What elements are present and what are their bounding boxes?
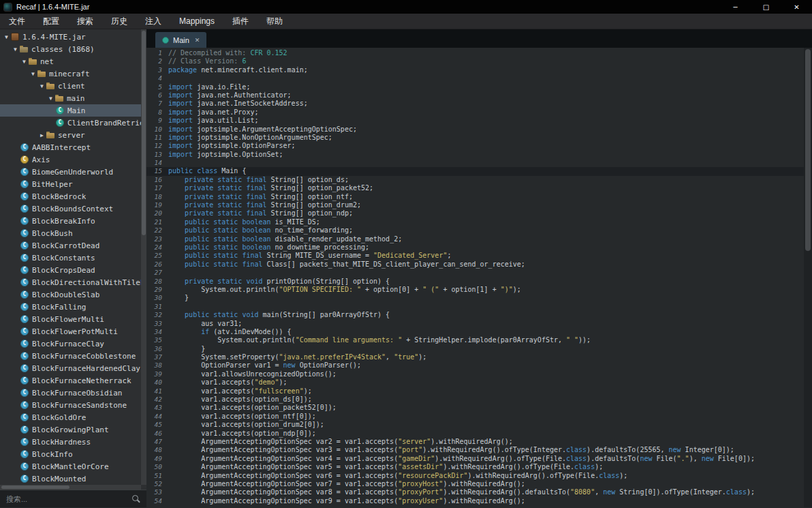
tab-main[interactable]: Main ✕ xyxy=(155,32,206,48)
tree-item-blockmantleorcore[interactable]: BlockMantleOrCore xyxy=(0,460,141,473)
tree-item-net[interactable]: ▼net xyxy=(0,55,141,68)
code-line-45[interactable]: 45 var1.accepts(option_drum2[0]); xyxy=(146,421,804,429)
code-line-23[interactable]: 23 public static boolean disable_render_… xyxy=(146,235,804,243)
code-line-35[interactable]: 35 System.out.println("Command line argu… xyxy=(146,336,804,344)
tree-item-blockfurnacehardenedclay[interactable]: BlockFurnaceHardenedClay xyxy=(0,362,141,374)
maximize-button[interactable]: □ xyxy=(751,0,781,14)
code-line-31[interactable]: 31 xyxy=(146,303,804,311)
code-line-3[interactable]: 3package net.minecraft.client.main; xyxy=(146,66,804,74)
menu-item-3[interactable]: 历史 xyxy=(102,14,136,29)
tree-item-blockbush[interactable]: BlockBush xyxy=(0,227,141,239)
tree-item-main[interactable]: ▼main xyxy=(0,92,141,104)
code-line-32[interactable]: 32 public static void main(String[] par0… xyxy=(146,311,804,319)
code-line-34[interactable]: 34 if (atv.inDevMode()) { xyxy=(146,328,804,336)
menu-item-2[interactable]: 搜索 xyxy=(68,14,102,29)
tree-item-blockflowermulti[interactable]: BlockFlowerMulti xyxy=(0,313,141,325)
sidebar-horizontal-scrollbar[interactable] xyxy=(0,485,141,490)
collapse-arrow-icon[interactable]: ▼ xyxy=(47,95,54,102)
tree-item-blockfurnaceclay[interactable]: BlockFurnaceClay xyxy=(0,338,141,350)
code-line-27[interactable]: 27 xyxy=(146,269,804,277)
code-line-17[interactable]: 17 private static final String[] option_… xyxy=(146,184,804,192)
menu-item-4[interactable]: 注入 xyxy=(136,14,170,29)
code-line-4[interactable]: 4 xyxy=(146,74,804,83)
code-line-26[interactable]: 26 public static final Class[] packets_t… xyxy=(146,260,804,269)
code-line-42[interactable]: 42 var1.accepts(option_ds[0]); xyxy=(146,395,804,404)
tree-item-server[interactable]: ▶server xyxy=(0,129,141,141)
code-line-15[interactable]: 15public class Main { xyxy=(146,167,804,175)
code-line-10[interactable]: 10import joptsimple.ArgumentAcceptingOpt… xyxy=(146,125,804,134)
tree-item-blockfurnacenetherrack[interactable]: BlockFurnaceNetherrack xyxy=(0,374,141,387)
code-line-41[interactable]: 41 var1.accepts("fullscreen"); xyxy=(146,387,804,395)
tree-item-1.6.4-mite.jar[interactable]: ▼1.6.4-MITE.jar xyxy=(0,31,141,43)
code-line-49[interactable]: 49 ArgumentAcceptingOptionSpec var4 = va… xyxy=(146,455,804,463)
tree-item-blockinfo[interactable]: BlockInfo xyxy=(0,448,141,460)
editor-vscroll-thumb[interactable] xyxy=(805,49,811,251)
menu-item-5[interactable]: Mappings xyxy=(170,14,223,29)
code-line-37[interactable]: 37 System.setProperty("java.net.preferIP… xyxy=(146,353,804,361)
code-line-29[interactable]: 29 System.out.println("OPTION SPECIFIED:… xyxy=(146,286,804,294)
minimize-button[interactable]: ─ xyxy=(720,0,751,14)
code-line-16[interactable]: 16 private static final String[] option_… xyxy=(146,176,804,184)
tree-item-blockmounted[interactable]: BlockMounted xyxy=(0,473,141,485)
tree-item-blockdirectionalwithtileen[interactable]: BlockDirectionalWithTileEn xyxy=(0,276,141,288)
tree-item-blockcarrotdead[interactable]: BlockCarrotDead xyxy=(0,239,141,252)
code-line-19[interactable]: 19 private static final String[] option_… xyxy=(146,201,804,209)
code-line-13[interactable]: 13import joptsimple.OptionSet; xyxy=(146,151,804,159)
code-line-47[interactable]: 47 ArgumentAcceptingOptionSpec var2 = va… xyxy=(146,438,804,446)
code-line-48[interactable]: 48 ArgumentAcceptingOptionSpec var3 = va… xyxy=(146,446,804,454)
tree-item-blockhardness[interactable]: BlockHardness xyxy=(0,436,141,448)
sidebar-hscroll-thumb[interactable] xyxy=(1,485,69,489)
code-line-5[interactable]: 5import java.io.File; xyxy=(146,83,804,91)
collapse-arrow-icon[interactable]: ▼ xyxy=(12,46,19,53)
editor-vertical-scrollbar[interactable] xyxy=(804,48,812,507)
tree-item-client[interactable]: ▼client xyxy=(0,80,141,92)
code-line-33[interactable]: 33 aus var31; xyxy=(146,320,804,328)
code-line-50[interactable]: 50 ArgumentAcceptingOptionSpec var5 = va… xyxy=(146,463,804,471)
code-line-22[interactable]: 22 public static boolean no_time_forward… xyxy=(146,226,804,235)
menu-item-0[interactable]: 文件 xyxy=(0,14,34,29)
code-line-30[interactable]: 30 } xyxy=(146,294,804,302)
tree-item-blockcropsdead[interactable]: BlockCropsDead xyxy=(0,264,141,276)
tree-item-clientbrandretriever[interactable]: ClientBrandRetriever xyxy=(0,117,141,129)
tree-item-biomegenunderworld[interactable]: BiomeGenUnderworld xyxy=(0,166,141,178)
code-line-18[interactable]: 18 private static final String[] option_… xyxy=(146,193,804,201)
code-line-43[interactable]: 43 var1.accepts(option_packet52[0]); xyxy=(146,404,804,412)
tree-item-bithelper[interactable]: BitHelper xyxy=(0,178,141,190)
code-line-11[interactable]: 11import joptsimple.NonOptionArgumentSpe… xyxy=(146,134,804,142)
code-line-53[interactable]: 53 ArgumentAcceptingOptionSpec var8 = va… xyxy=(146,488,804,496)
code-line-52[interactable]: 52 ArgumentAcceptingOptionSpec var7 = va… xyxy=(146,480,804,488)
tree-item-blockflowerpotmulti[interactable]: BlockFlowerPotMulti xyxy=(0,325,141,338)
collapse-arrow-icon[interactable]: ▼ xyxy=(3,34,10,40)
code-line-38[interactable]: 38 OptionParser var1 = new OptionParser(… xyxy=(146,361,804,370)
code-line-12[interactable]: 12import joptsimple.OptionParser; xyxy=(146,142,804,150)
code-line-20[interactable]: 20 private static final String[] option_… xyxy=(146,209,804,218)
code-line-44[interactable]: 44 var1.accepts(option_ntf[0]); xyxy=(146,413,804,421)
tab-close-icon[interactable]: ✕ xyxy=(195,37,200,44)
code-line-14[interactable]: 14 xyxy=(146,159,804,167)
code-line-1[interactable]: 1// Decompiled with: CFR 0.152 xyxy=(146,49,804,57)
code-line-54[interactable]: 54 ArgumentAcceptingOptionSpec var9 = va… xyxy=(146,497,804,505)
code-line-51[interactable]: 51 ArgumentAcceptingOptionSpec var6 = va… xyxy=(146,472,804,480)
menu-item-6[interactable]: 插件 xyxy=(223,14,257,29)
tree-item-blockgoldore[interactable]: BlockGoldOre xyxy=(0,411,141,423)
tree-item-aabbintercept[interactable]: AABBIntercept xyxy=(0,141,141,153)
tree-item-blockgrowingplant[interactable]: BlockGrowingPlant xyxy=(0,423,141,436)
tree-item-classes-1868-[interactable]: ▼classes (1868) xyxy=(0,43,141,55)
code-line-21[interactable]: 21 public static boolean is_MITE_DS; xyxy=(146,218,804,226)
tree-item-blockfurnacecobblestone[interactable]: BlockFurnaceCobblestone xyxy=(0,350,141,362)
tree-item-blockdoubleslab[interactable]: BlockDoubleSlab xyxy=(0,288,141,301)
sidebar-vertical-scrollbar[interactable] xyxy=(141,29,146,485)
code-line-25[interactable]: 25 public static final String MITE_DS_us… xyxy=(146,252,804,260)
tree-search-input[interactable] xyxy=(6,495,131,503)
code-line-2[interactable]: 2// Class Version: 6 xyxy=(146,57,804,65)
tree-item-blockfurnaceobsidian[interactable]: BlockFurnaceObsidian xyxy=(0,387,141,399)
tree-item-blockfurnacesandstone[interactable]: BlockFurnaceSandstone xyxy=(0,399,141,411)
tree-item-axis[interactable]: Axis xyxy=(0,153,141,166)
tree-item-blockconstants[interactable]: BlockConstants xyxy=(0,252,141,264)
tree-item-blockbedrock[interactable]: BlockBedrock xyxy=(0,190,141,203)
tree-item-blockfalling[interactable]: BlockFalling xyxy=(0,301,141,313)
collapse-arrow-icon[interactable]: ▼ xyxy=(38,83,46,89)
tree-item-blockbreakinfo[interactable]: BlockBreakInfo xyxy=(0,215,141,227)
code-line-39[interactable]: 39 var1.allowsUnrecognizedOptions(); xyxy=(146,370,804,378)
tree-item-minecraft[interactable]: ▼minecraft xyxy=(0,68,141,80)
